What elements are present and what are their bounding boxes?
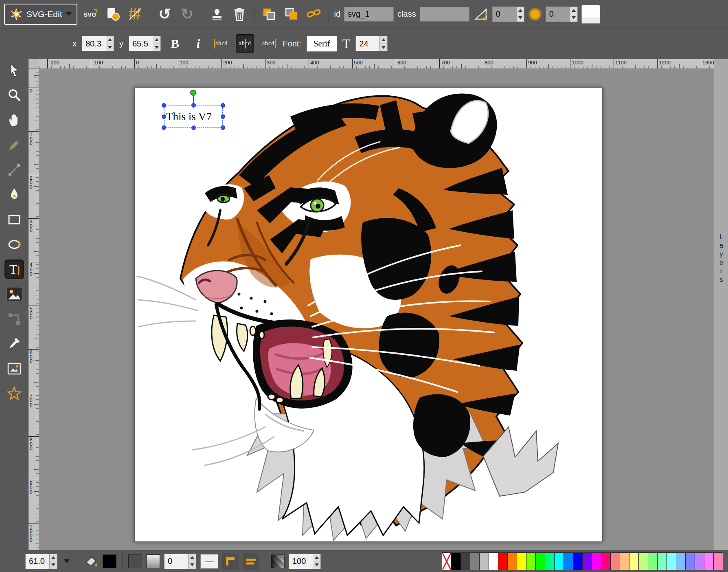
fill-color-swatch[interactable] bbox=[103, 554, 116, 568]
zoom-presets-button[interactable] bbox=[61, 554, 72, 569]
tool-select[interactable] bbox=[4, 61, 24, 80]
main-menu-button[interactable]: SVG-Edit bbox=[4, 4, 77, 25]
x-input[interactable] bbox=[82, 36, 106, 51]
palette-swatch[interactable] bbox=[676, 552, 686, 570]
font-size-step-up[interactable] bbox=[380, 36, 387, 44]
palette-swatch[interactable] bbox=[667, 552, 676, 570]
zoom-input[interactable] bbox=[26, 554, 49, 569]
palette-swatch[interactable] bbox=[498, 552, 508, 570]
palette-swatch[interactable] bbox=[592, 552, 601, 570]
palette-swatch[interactable] bbox=[610, 552, 620, 570]
stroke-width-step-up[interactable] bbox=[189, 554, 196, 561]
resize-grip-se[interactable] bbox=[221, 125, 225, 130]
svg-canvas[interactable]: This is V7 bbox=[134, 88, 603, 542]
palette-swatch[interactable] bbox=[564, 552, 573, 570]
palette-swatch[interactable] bbox=[582, 552, 592, 570]
tool-shape-library[interactable] bbox=[4, 359, 24, 378]
blur-input[interactable] bbox=[546, 7, 570, 22]
palette-swatch[interactable] bbox=[685, 552, 695, 570]
text-color-swatch[interactable] bbox=[581, 5, 600, 24]
move-to-bottom-button[interactable] bbox=[260, 5, 278, 24]
opacity-step-down[interactable] bbox=[313, 561, 320, 569]
italic-button[interactable]: i bbox=[189, 34, 207, 53]
rotation-angle-input[interactable] bbox=[493, 7, 516, 22]
stroke-color-swatch[interactable] bbox=[128, 554, 142, 568]
resize-grip-e[interactable] bbox=[221, 114, 225, 119]
palette-swatch[interactable] bbox=[704, 552, 714, 570]
resize-grip-n[interactable] bbox=[191, 103, 196, 108]
zoom-step-down[interactable] bbox=[50, 561, 57, 569]
angle-step-down[interactable] bbox=[517, 14, 524, 22]
text-anchor-end-button[interactable]: abcd bbox=[259, 34, 277, 53]
x-step-down[interactable] bbox=[106, 44, 114, 51]
resize-grip-w[interactable] bbox=[162, 114, 166, 119]
palette-swatch[interactable] bbox=[657, 552, 667, 570]
undo-button[interactable]: ↺ bbox=[156, 5, 174, 24]
palette-swatch[interactable] bbox=[695, 552, 704, 570]
workspace[interactable]: This is V7 bbox=[39, 69, 714, 550]
source-editor-button[interactable]: SVG bbox=[81, 5, 100, 24]
tool-rect[interactable] bbox=[4, 210, 24, 229]
move-to-top-button[interactable] bbox=[282, 5, 301, 24]
tool-connector[interactable] bbox=[4, 309, 24, 329]
resize-grip-ne[interactable] bbox=[221, 103, 225, 108]
tool-text[interactable]: T bbox=[4, 260, 24, 279]
palette-swatch[interactable] bbox=[470, 552, 480, 570]
palette-swatch[interactable] bbox=[526, 552, 536, 570]
palette-swatch[interactable] bbox=[479, 552, 489, 570]
tiger-artwork[interactable] bbox=[135, 88, 603, 542]
make-link-button[interactable] bbox=[305, 5, 323, 24]
palette-swatch[interactable] bbox=[451, 552, 461, 570]
editor-preferences-button[interactable] bbox=[126, 5, 145, 24]
resize-grip-nw[interactable] bbox=[162, 103, 166, 108]
stroke-width-step-down[interactable] bbox=[189, 561, 196, 569]
y-input[interactable] bbox=[129, 36, 153, 51]
linejoin-button[interactable] bbox=[222, 553, 239, 570]
text-anchor-middle-button[interactable]: abcd bbox=[236, 34, 254, 53]
palette-swatch[interactable] bbox=[620, 552, 629, 570]
tool-eyedropper[interactable] bbox=[4, 334, 24, 354]
tool-ellipse[interactable] bbox=[4, 235, 24, 254]
opacity-step-up[interactable] bbox=[313, 554, 320, 561]
selection-box[interactable]: This is V7 bbox=[164, 106, 223, 128]
y-step-up[interactable] bbox=[153, 36, 160, 44]
rotate-grip[interactable] bbox=[190, 90, 196, 96]
tool-image[interactable] bbox=[4, 284, 24, 304]
palette-swatch[interactable] bbox=[629, 552, 639, 570]
blur-step-up[interactable] bbox=[570, 7, 577, 14]
document-properties-button[interactable] bbox=[103, 5, 122, 24]
stroke-gradient-swatch[interactable] bbox=[146, 554, 160, 568]
tool-pan[interactable] bbox=[4, 110, 24, 130]
palette-none-swatch[interactable] bbox=[442, 552, 452, 570]
palette-swatch[interactable] bbox=[713, 552, 723, 570]
blur-step-down[interactable] bbox=[570, 14, 577, 22]
tool-star[interactable] bbox=[4, 384, 24, 403]
tool-path[interactable] bbox=[4, 185, 24, 205]
opacity-input[interactable] bbox=[289, 554, 313, 569]
palette-swatch[interactable] bbox=[535, 552, 545, 570]
angle-step-up[interactable] bbox=[517, 7, 524, 14]
redo-button[interactable]: ↻ bbox=[178, 5, 197, 24]
layers-panel-toggle[interactable]: Layers bbox=[714, 59, 728, 550]
x-step-up[interactable] bbox=[106, 36, 114, 44]
linecap-button[interactable] bbox=[243, 553, 259, 570]
palette-swatch[interactable] bbox=[648, 552, 658, 570]
element-id-input[interactable] bbox=[344, 7, 394, 22]
font-size-input[interactable] bbox=[356, 36, 379, 51]
zoom-step-up[interactable] bbox=[50, 554, 57, 561]
palette-swatch[interactable] bbox=[638, 552, 648, 570]
palette-swatch[interactable] bbox=[507, 552, 517, 570]
clone-button[interactable] bbox=[208, 5, 226, 24]
bold-button[interactable]: B bbox=[166, 34, 184, 53]
tool-zoom[interactable] bbox=[4, 86, 24, 105]
palette-swatch[interactable] bbox=[545, 552, 555, 570]
palette-swatch[interactable] bbox=[554, 552, 564, 570]
stroke-style-select[interactable]: — bbox=[200, 554, 218, 569]
palette-swatch[interactable] bbox=[573, 552, 583, 570]
tool-line[interactable] bbox=[4, 160, 24, 180]
palette-swatch[interactable] bbox=[460, 552, 470, 570]
resize-grip-s[interactable] bbox=[191, 125, 196, 130]
resize-grip-sw[interactable] bbox=[162, 125, 166, 130]
tool-pencil[interactable] bbox=[4, 135, 24, 155]
y-step-down[interactable] bbox=[153, 44, 160, 51]
